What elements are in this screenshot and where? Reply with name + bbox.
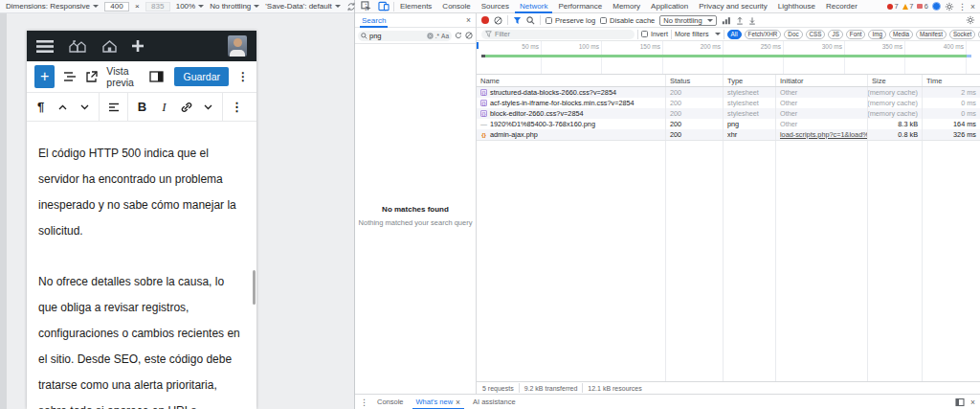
move-up-icon[interactable] — [52, 96, 74, 119]
disable-cache-checkbox[interactable]: Disable cache — [600, 16, 655, 25]
preserve-log-checkbox[interactable]: Preserve log — [546, 16, 595, 25]
device-toolbar-more-icon[interactable]: ⋮ — [362, 2, 370, 11]
filter-pill-css[interactable]: CSS — [806, 30, 826, 39]
filter-pill-font[interactable]: Font — [846, 30, 866, 39]
filter-pill-js[interactable]: JS — [828, 30, 842, 39]
editor-options-icon[interactable]: ⋮ — [237, 70, 249, 83]
zoom-select[interactable]: 100% — [176, 2, 204, 11]
export-har-icon[interactable] — [748, 16, 756, 25]
column-header-type[interactable]: Type — [724, 75, 776, 86]
record-icon[interactable] — [481, 16, 489, 24]
list-view-icon[interactable] — [63, 71, 77, 82]
warnings-badge[interactable]: 7 — [902, 2, 914, 11]
tab-application[interactable]: Application — [646, 0, 693, 13]
column-header-size[interactable]: Size — [868, 75, 923, 86]
close-search-icon[interactable]: × — [466, 15, 471, 25]
text-align-icon[interactable] — [102, 96, 124, 119]
filter-pill-img[interactable]: Img — [868, 30, 886, 39]
tab-network[interactable]: Network — [515, 0, 552, 13]
import-har-icon[interactable] — [736, 16, 744, 25]
drawer-tab-ai-assistance[interactable]: AI assistance — [469, 395, 520, 409]
tab-performance[interactable]: Performance — [553, 0, 607, 13]
settings-gear-icon[interactable] — [945, 2, 954, 11]
table-row[interactable]: {}admin-ajax.php 200 xhr load-scripts.ph… — [477, 129, 980, 140]
request-initiator[interactable]: load-scripts.php?c=1&load%5Bchunk_ — [776, 129, 868, 140]
filter-input[interactable]: Filter — [481, 30, 635, 39]
tab-recorder[interactable]: Recorder — [821, 0, 862, 13]
bold-button[interactable]: B — [131, 96, 153, 119]
tab-search[interactable]: Search — [360, 13, 388, 28]
regex-toggle[interactable]: .* — [435, 33, 439, 39]
avatar[interactable] — [228, 35, 247, 57]
paragraph-block-icon[interactable]: ¶ — [30, 96, 52, 119]
my-sites-icon[interactable] — [67, 39, 88, 54]
table-row[interactable]: {}block-editor-2660.css?v=2854 200 style… — [477, 108, 980, 119]
filter-pill-doc[interactable]: Doc — [784, 30, 802, 39]
menu-icon[interactable] — [36, 40, 54, 53]
throttling-select[interactable]: No throttling — [210, 2, 259, 11]
filter-funnel-icon[interactable] — [513, 16, 522, 25]
device-width-input[interactable] — [104, 2, 129, 11]
filter-pill-fetch-xhr[interactable]: Fetch/XHR — [745, 30, 782, 39]
devtools-more-icon[interactable]: ⋮ — [958, 2, 967, 11]
search-input[interactable]: png .* Aa — [358, 31, 452, 41]
filter-pill-socket[interactable]: Socket — [949, 30, 975, 39]
network-search-icon[interactable] — [526, 16, 535, 25]
drawer-tab-whats-new[interactable]: What's new × — [412, 395, 465, 409]
new-content-icon[interactable] — [131, 39, 145, 53]
tab-console[interactable]: Console — [437, 0, 475, 13]
move-down-icon[interactable] — [74, 96, 96, 119]
errors-badge[interactable]: 7 — [887, 2, 899, 11]
paragraph[interactable]: El código HTTP 500 indica que el servido… — [38, 141, 245, 244]
table-row[interactable]: {}acf-styles-in-iframe-for-blocks.min.cs… — [477, 98, 980, 108]
table-row[interactable]: {}structured-data-blocks-2660.css?v=2854… — [477, 87, 980, 98]
toggle-device-toolbar-icon[interactable] — [375, 1, 392, 11]
add-block-button[interactable]: + — [34, 65, 55, 88]
filter-pill-manifest[interactable]: Manifest — [916, 30, 947, 39]
table-row[interactable]: —1920%D1%85400-3-768x160.png 200 png Oth… — [477, 119, 980, 129]
filter-pill-all[interactable]: All — [727, 30, 742, 39]
tab-lighthouse[interactable]: Lighthouse — [773, 0, 820, 13]
dimensions-select[interactable]: Dimensions: Responsive — [6, 2, 99, 11]
drawer-more-icon[interactable]: ⋮ — [360, 398, 368, 407]
settings-sidebar-icon[interactable] — [149, 71, 164, 82]
editor-content[interactable]: El código HTTP 500 indica que el servido… — [27, 122, 256, 409]
tab-sources[interactable]: Sources — [477, 0, 514, 13]
network-throttling-select[interactable]: No throttling — [659, 15, 716, 26]
refresh-icon[interactable] — [455, 32, 462, 39]
column-header-status[interactable]: Status — [666, 75, 724, 86]
page-scrollbar-thumb[interactable] — [253, 270, 256, 305]
paragraph[interactable]: No ofrece detalles sobre la causa, lo qu… — [38, 269, 245, 409]
column-header-name[interactable]: Name — [477, 75, 666, 86]
save-data-select[interactable]: 'Save-Data': default — [265, 2, 340, 11]
network-settings-gear-icon[interactable] — [966, 15, 975, 25]
tab-elements[interactable]: Elements — [395, 0, 436, 13]
dock-panel-icon[interactable] — [955, 398, 965, 407]
more-filters-select[interactable]: More filters — [675, 30, 721, 38]
block-options-icon[interactable]: ⋮ — [226, 96, 248, 119]
issues-badge[interactable]: 6 — [917, 2, 928, 11]
save-button[interactable]: Guardar — [174, 67, 229, 86]
tab-privacy-and-security[interactable]: Privacy and security — [694, 0, 772, 13]
account-icon[interactable] — [932, 2, 941, 11]
column-header-time[interactable]: Time — [923, 75, 980, 86]
network-conditions-icon[interactable] — [722, 16, 731, 25]
filter-pill-media[interactable]: Media — [889, 30, 913, 39]
close-tab-icon[interactable]: × — [456, 398, 460, 407]
match-case-toggle[interactable]: Aa — [441, 33, 449, 39]
external-link-icon[interactable] — [85, 71, 98, 83]
more-formats-icon[interactable] — [197, 96, 219, 119]
close-devtools-icon[interactable]: × — [970, 2, 975, 11]
close-drawer-icon[interactable]: × — [970, 398, 975, 407]
column-header-initiator[interactable]: Initiator — [776, 75, 868, 86]
tab-memory[interactable]: Memory — [608, 0, 645, 13]
clear-input-icon[interactable] — [427, 33, 434, 39]
drawer-tab-console[interactable]: Console — [373, 395, 408, 409]
clear-network-log-icon[interactable] — [494, 16, 502, 25]
rotate-device-icon[interactable] — [346, 2, 356, 11]
link-icon[interactable] — [175, 96, 197, 119]
network-overview-timeline[interactable]: 50 ms 100 ms 150 ms 200 ms 250 ms 300 ms… — [477, 41, 980, 75]
home-icon[interactable] — [101, 39, 118, 54]
italic-button[interactable]: I — [153, 96, 175, 119]
invert-checkbox[interactable]: Invert — [641, 30, 668, 38]
